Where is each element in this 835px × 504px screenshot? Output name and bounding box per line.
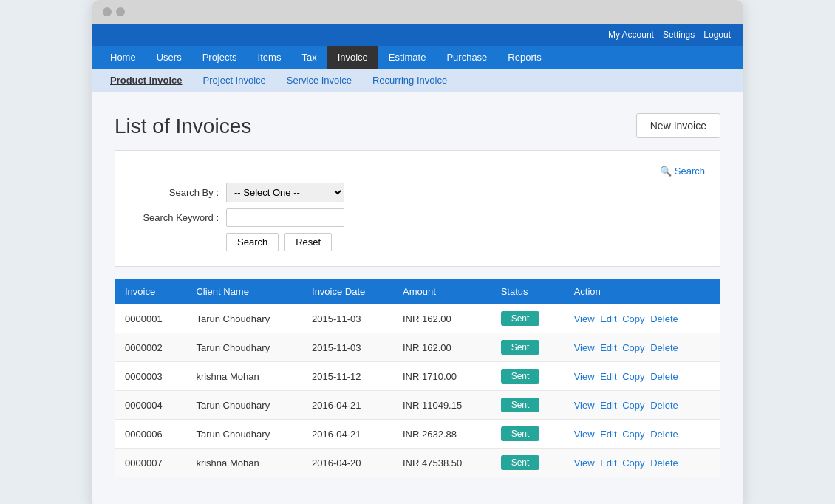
table-row: 0000002 Tarun Choudhary 2015-11-03 INR 1… xyxy=(115,333,720,362)
search-magnifier-icon: 🔍 xyxy=(660,166,672,177)
copy-link-0[interactable]: Copy xyxy=(622,313,644,324)
browser-dot-2 xyxy=(116,7,125,16)
cell-date-4: 2016-04-21 xyxy=(301,420,392,449)
view-link-1[interactable]: View xyxy=(574,342,595,353)
nav-reports[interactable]: Reports xyxy=(497,46,552,69)
cell-status-2: Sent xyxy=(491,362,564,391)
main-content: List of Invoices New Invoice 🔍 Search Se… xyxy=(92,92,743,504)
cell-client-2: krishna Mohan xyxy=(185,362,301,391)
browser-dot-1 xyxy=(103,7,112,16)
delete-link-0[interactable]: Delete xyxy=(650,313,678,324)
nav-items[interactable]: Items xyxy=(248,46,292,69)
col-client: Client Name xyxy=(185,279,301,304)
delete-link-5[interactable]: Delete xyxy=(650,457,678,469)
subnav-service-invoice[interactable]: Service Invoice xyxy=(276,69,362,92)
cell-invoice-3: 0000004 xyxy=(115,391,185,420)
table-header-row: Invoice Client Name Invoice Date Amount … xyxy=(115,279,720,304)
cell-client-3: Tarun Choudhary xyxy=(185,391,301,420)
search-top-row: 🔍 Search xyxy=(130,166,705,177)
new-invoice-button[interactable]: New Invoice xyxy=(636,113,720,138)
col-invoice: Invoice xyxy=(115,279,185,304)
edit-link-4[interactable]: Edit xyxy=(600,429,616,440)
col-amount: Amount xyxy=(392,279,491,304)
search-keyword-row: Search Keyword : xyxy=(130,208,705,227)
view-link-2[interactable]: View xyxy=(574,371,595,382)
table-row: 0000003 krishna Mohan 2015-11-12 INR 171… xyxy=(115,362,720,391)
cell-action-2: View Edit Copy Delete xyxy=(564,362,720,391)
cell-action-1: View Edit Copy Delete xyxy=(564,333,720,362)
nav-users[interactable]: Users xyxy=(146,46,192,69)
nav-purchase[interactable]: Purchase xyxy=(436,46,497,69)
status-badge-3: Sent xyxy=(501,398,540,412)
nav-estimate[interactable]: Estimate xyxy=(378,46,437,69)
cell-client-4: Tarun Choudhary xyxy=(185,420,301,449)
edit-link-0[interactable]: Edit xyxy=(600,313,616,324)
cell-status-3: Sent xyxy=(491,391,564,420)
delete-link-4[interactable]: Delete xyxy=(650,429,678,440)
cell-date-3: 2016-04-21 xyxy=(301,391,392,420)
cell-action-5: View Edit Copy Delete xyxy=(564,449,720,477)
cell-invoice-2: 0000003 xyxy=(115,362,185,391)
my-account-link[interactable]: My Account xyxy=(608,30,654,40)
cell-invoice-4: 0000006 xyxy=(115,420,185,449)
subnav-recurring-invoice[interactable]: Recurring Invoice xyxy=(362,69,457,92)
search-keyword-input[interactable] xyxy=(226,208,344,227)
cell-amount-4: INR 2632.88 xyxy=(392,420,491,449)
page-title: List of Invoices xyxy=(115,115,251,138)
view-link-4[interactable]: View xyxy=(574,429,595,440)
main-nav: Home Users Projects Items Tax Invoice Es… xyxy=(92,46,743,69)
delete-link-2[interactable]: Delete xyxy=(650,371,678,382)
copy-link-3[interactable]: Copy xyxy=(622,400,644,411)
cell-client-1: Tarun Choudhary xyxy=(185,333,301,362)
status-badge-5: Sent xyxy=(501,455,540,470)
nav-home[interactable]: Home xyxy=(100,46,146,69)
search-button[interactable]: Search xyxy=(226,233,279,251)
cell-invoice-1: 0000002 xyxy=(115,333,185,362)
subnav-project-invoice[interactable]: Project Invoice xyxy=(193,69,276,92)
copy-link-1[interactable]: Copy xyxy=(622,342,644,353)
edit-link-2[interactable]: Edit xyxy=(600,371,616,382)
cell-amount-1: INR 162.00 xyxy=(392,333,491,362)
subnav-product-invoice[interactable]: Product Invoice xyxy=(100,69,193,92)
cell-date-5: 2016-04-20 xyxy=(301,449,392,477)
cell-action-0: View Edit Copy Delete xyxy=(564,304,720,333)
nav-tax[interactable]: Tax xyxy=(291,46,327,69)
reset-button[interactable]: Reset xyxy=(284,233,332,251)
cell-client-0: Tarun Choudhary xyxy=(185,304,301,333)
delete-link-3[interactable]: Delete xyxy=(650,400,678,411)
search-by-row: Search By : -- Select One -- Invoice Num… xyxy=(130,183,705,202)
edit-link-3[interactable]: Edit xyxy=(600,400,616,411)
search-top-link[interactable]: 🔍 Search xyxy=(660,166,705,177)
col-status: Status xyxy=(491,279,564,304)
search-by-select[interactable]: -- Select One -- Invoice Number Client N… xyxy=(226,183,344,202)
cell-amount-3: INR 11049.15 xyxy=(392,391,491,420)
delete-link-1[interactable]: Delete xyxy=(650,342,678,353)
view-link-0[interactable]: View xyxy=(574,313,595,324)
cell-amount-5: INR 47538.50 xyxy=(392,449,491,477)
settings-link[interactable]: Settings xyxy=(663,30,695,40)
view-link-5[interactable]: View xyxy=(574,457,595,469)
cell-date-1: 2015-11-03 xyxy=(301,333,392,362)
keyword-label: Search Keyword : xyxy=(130,212,219,223)
cell-amount-2: INR 1710.00 xyxy=(392,362,491,391)
logout-link[interactable]: Logout xyxy=(703,30,731,40)
search-by-label: Search By : xyxy=(130,187,219,198)
table-row: 0000004 Tarun Choudhary 2016-04-21 INR 1… xyxy=(115,391,720,420)
sub-nav: Product Invoice Project Invoice Service … xyxy=(92,69,743,92)
edit-link-1[interactable]: Edit xyxy=(600,342,616,353)
edit-link-5[interactable]: Edit xyxy=(600,457,616,469)
view-link-3[interactable]: View xyxy=(574,400,595,411)
status-badge-2: Sent xyxy=(501,369,540,384)
col-action: Action xyxy=(564,279,720,304)
nav-projects[interactable]: Projects xyxy=(192,46,248,69)
status-badge-0: Sent xyxy=(501,311,540,326)
cell-status-0: Sent xyxy=(491,304,564,333)
copy-link-2[interactable]: Copy xyxy=(622,371,644,382)
copy-link-5[interactable]: Copy xyxy=(622,457,644,469)
cell-date-0: 2015-11-03 xyxy=(301,304,392,333)
status-badge-1: Sent xyxy=(501,340,540,355)
page-header: List of Invoices New Invoice xyxy=(115,107,720,138)
copy-link-4[interactable]: Copy xyxy=(622,429,644,440)
nav-invoice[interactable]: Invoice xyxy=(327,46,378,69)
cell-status-1: Sent xyxy=(491,333,564,362)
